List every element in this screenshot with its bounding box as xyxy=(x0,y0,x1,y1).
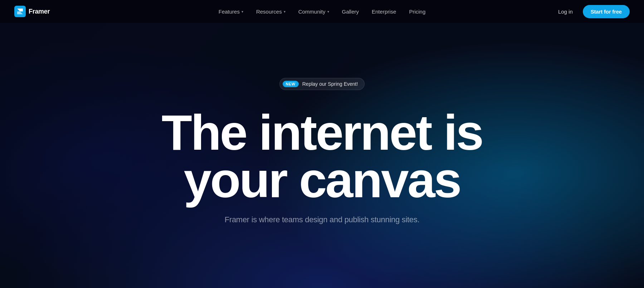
hero-headline: The internet is your canvas xyxy=(162,109,483,204)
nav-gallery[interactable]: Gallery xyxy=(336,6,365,18)
nav-resources[interactable]: Resources ▾ xyxy=(250,6,291,18)
community-chevron-icon: ▾ xyxy=(327,10,329,14)
headline-line2: your canvas xyxy=(184,152,460,208)
features-chevron-icon: ▾ xyxy=(241,10,243,14)
nav-logo-group[interactable]: Framer xyxy=(14,6,50,17)
nav-enterprise[interactable]: Enterprise xyxy=(366,6,402,18)
nav-features[interactable]: Features ▾ xyxy=(213,6,249,18)
login-button[interactable]: Log in xyxy=(554,6,577,18)
nav-center-links: Features ▾ Resources ▾ Community ▾ Galle… xyxy=(213,6,431,18)
nav-community[interactable]: Community ▾ xyxy=(293,6,335,18)
logo-text: Framer xyxy=(29,8,50,15)
start-free-button[interactable]: Start for free xyxy=(583,5,630,18)
navbar: Framer Features ▾ Resources ▾ Community … xyxy=(0,0,644,23)
announcement-pill[interactable]: NEW Replay our Spring Event! xyxy=(279,78,365,90)
nav-right-actions: Log in Start for free xyxy=(554,5,630,18)
announcement-text: Replay our Spring Event! xyxy=(302,81,358,87)
hero-section: NEW Replay our Spring Event! The interne… xyxy=(0,0,644,288)
hero-content: NEW Replay our Spring Event! The interne… xyxy=(162,64,483,224)
framer-logo-icon xyxy=(14,6,26,17)
hero-subline: Framer is where teams design and publish… xyxy=(225,215,419,224)
new-badge: NEW xyxy=(283,81,299,87)
nav-pricing[interactable]: Pricing xyxy=(403,6,431,18)
resources-chevron-icon: ▾ xyxy=(284,10,286,14)
